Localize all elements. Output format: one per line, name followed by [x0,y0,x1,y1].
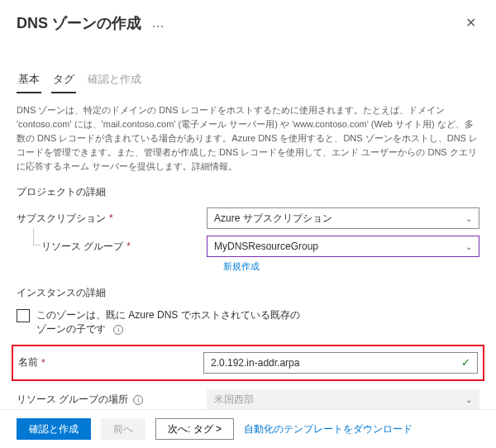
section-project-details: プロジェクトの詳細 [0,174,496,204]
section-instance-details: インスタンスの詳細 [0,274,496,305]
check-ok-icon: ✓ [461,356,470,369]
info-icon[interactable]: i [113,325,123,335]
name-input[interactable]: 2.0.192.in-addr.arpa ✓ [203,352,478,374]
name-field-highlight: 名前* 2.0.192.in-addr.arpa ✓ [12,345,484,381]
page-title: DNS ゾーンの作成 [17,13,141,33]
location-value: 米国西部 [214,393,254,407]
name-label: 名前* [18,355,203,369]
close-icon[interactable]: ✕ [462,12,479,34]
tab-review[interactable]: 確認と作成 [86,67,143,93]
tab-basic[interactable]: 基本 [17,67,41,93]
chevron-down-icon: ⌄ [465,214,472,223]
resource-group-select[interactable]: MyDNSResourceGroup ⌄ [207,236,479,257]
next-button[interactable]: 次へ: タグ > [155,418,234,440]
info-icon[interactable]: i [133,395,143,405]
more-icon[interactable]: … [151,16,165,31]
tab-bar: 基本 タグ 確認と作成 [0,42,496,93]
chevron-down-icon: ⌄ [465,242,472,251]
child-zone-label: このゾーンは、既に Azure DNS でホストされている既存のゾーンの子です … [36,308,301,336]
previous-button: 前へ [101,418,145,440]
child-zone-checkbox[interactable] [17,309,30,322]
subscription-label: サブスクリプション* [17,212,207,226]
location-select: 米国西部 ⌄ [207,389,479,411]
resource-group-label: リソース グループ* [17,240,207,254]
footer-bar: 確認と作成 前へ 次へ: タグ > 自動化のテンプレートをダウンロード [0,409,496,448]
location-label: リソース グループの場所 i [17,393,207,407]
description-text: DNS ゾーンは、特定のドメインの DNS レコードをホストするために使用されま… [0,93,496,174]
subscription-select[interactable]: Azure サブスクリプション ⌄ [207,207,479,229]
tab-tags[interactable]: タグ [51,67,76,93]
create-new-rg-link[interactable]: 新規作成 [17,260,260,271]
name-value: 2.0.192.in-addr.arpa [211,357,299,369]
subscription-value: Azure サブスクリプション [214,212,332,226]
chevron-down-icon: ⌄ [465,395,472,404]
download-template-link[interactable]: 自動化のテンプレートをダウンロード [244,422,413,436]
resource-group-value: MyDNSResourceGroup [214,241,318,252]
review-create-button[interactable]: 確認と作成 [17,418,91,440]
